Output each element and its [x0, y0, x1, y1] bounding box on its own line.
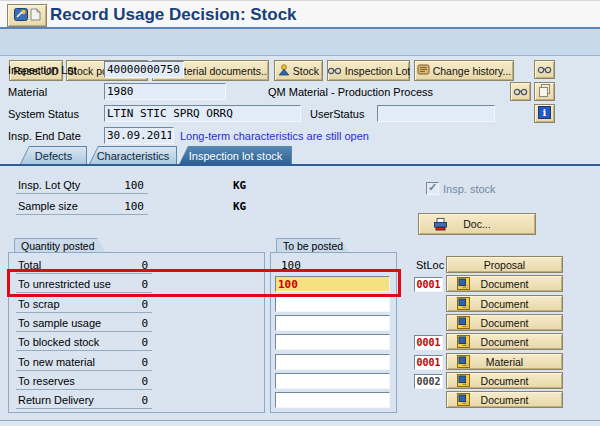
long-term-message: Long-term characteristics are still open [180, 130, 369, 142]
display-material-button[interactable] [510, 82, 531, 101]
stloc-field-blocked-stock[interactable]: 0001 [414, 335, 443, 350]
application-toolbar: Reset UD Stock posting log Material docu… [0, 29, 600, 56]
row-posted-value: 0 [141, 298, 148, 311]
to-be-posted-input-reserves[interactable] [275, 373, 390, 389]
row-to-sample-usage: To sample usage 0 [16, 315, 152, 332]
glasses-icon [537, 64, 552, 76]
row-posted-value: 0 [141, 336, 148, 349]
row-posted-value: 0 [141, 259, 148, 272]
to-be-posted-input-scrap[interactable] [275, 296, 390, 312]
row-posted-value: 0 [141, 356, 148, 369]
row-label: To blocked stock [18, 336, 99, 348]
display-lot-button[interactable] [534, 60, 555, 79]
document-icon [457, 316, 470, 331]
note-icon [30, 8, 41, 23]
row-label: To sample usage [18, 317, 101, 329]
document-icon [457, 297, 470, 312]
row-label: To unrestricted use [18, 278, 111, 290]
stloc-field-reserves[interactable]: 0002 [414, 374, 443, 389]
document-button-unrestricted[interactable]: Document [446, 275, 563, 292]
tab-label: Inspection lot stock [189, 150, 283, 162]
proposal-button[interactable]: Proposal [446, 256, 563, 273]
document-icon [457, 393, 470, 408]
tab-inspection-lot-stock[interactable]: Inspection lot stock [179, 146, 292, 164]
button-label: Document [481, 278, 529, 290]
row-posted-value: 0 [141, 375, 148, 388]
tab-characteristics[interactable]: Characteristics [89, 146, 177, 164]
material-field[interactable] [104, 83, 226, 100]
insp-end-date-label: Insp. End Date [8, 130, 81, 142]
row-label: Total [18, 259, 41, 271]
glasses-icon [327, 65, 342, 77]
to-be-posted-input-blocked-stock[interactable] [275, 334, 390, 350]
to-be-posted-input-return-delivery[interactable] [275, 392, 390, 408]
to-be-posted-input-new-material[interactable] [275, 354, 390, 370]
tab-defects[interactable]: Defects [20, 146, 87, 164]
row-posted-value: 0 [141, 317, 148, 330]
quantity-posted-header: Quantity posted [14, 238, 106, 253]
scroll-icon [417, 64, 430, 77]
material-label: Material [8, 86, 47, 98]
row-to-new-material: To new material 0 [16, 354, 152, 371]
document-button-return-delivery[interactable]: Document [446, 391, 563, 408]
button-label: Document [481, 298, 529, 310]
to-be-posted-header: To be posted [276, 238, 349, 253]
sample-size-label: Sample size [18, 200, 78, 212]
person-icon [278, 64, 290, 78]
svg-text:i: i [543, 107, 547, 118]
system-status-label: System Status [8, 108, 79, 120]
insp-end-date-field[interactable] [104, 127, 174, 144]
button-label: Stock [293, 65, 319, 77]
user-status-label: UserStatus [310, 108, 364, 120]
doc-button[interactable]: Doc... [418, 213, 536, 235]
change-history-button[interactable]: Change history... [414, 60, 514, 81]
inspection-lot-button[interactable]: Inspection Lot [327, 60, 410, 81]
tab-label: Defects [35, 150, 72, 162]
button-label: Document [481, 375, 529, 387]
document-button-sample-usage[interactable]: Document [446, 314, 563, 331]
stock-button[interactable]: Stock [274, 60, 323, 81]
document-button-blocked-stock[interactable]: Document [446, 333, 563, 350]
sample-size-row: Sample size 100 [16, 198, 148, 215]
button-label: Inspection Lot [345, 65, 410, 77]
document-button-reserves[interactable]: Document [446, 372, 563, 389]
system-status-field[interactable] [104, 105, 301, 122]
transaction-icon-button[interactable] [7, 4, 47, 27]
row-return-delivery: Return Delivery 0 [16, 392, 152, 409]
document-button-scrap[interactable]: Document [446, 295, 563, 312]
document-icon [457, 374, 470, 389]
row-posted-value: 0 [141, 394, 148, 407]
button-label: Document [481, 394, 529, 406]
row-to-blocked-stock: To blocked stock 0 [16, 334, 152, 351]
title-bar: Record Usage Decision: Stock [0, 0, 600, 28]
sap-window: Record Usage Decision: Stock Reset UD St… [0, 0, 600, 426]
user-status-field[interactable] [377, 105, 495, 122]
row-to-scrap: To scrap 0 [16, 296, 152, 313]
insp-lot-qty-value: 100 [124, 179, 144, 192]
page-title: Record Usage Decision: Stock [50, 5, 297, 25]
button-label: Document [481, 317, 529, 329]
glasses-icon [513, 86, 528, 98]
to-be-posted-input-sample-usage[interactable] [275, 315, 390, 331]
row-total: Total 0 [16, 257, 152, 274]
inspection-lot-field[interactable] [104, 61, 184, 78]
stloc-field-new-material[interactable]: 0001 [414, 355, 443, 370]
copy-icon [538, 84, 551, 99]
row-label: To scrap [18, 298, 60, 310]
button-label: Material [486, 356, 523, 368]
insp-stock-label: Insp. stock [443, 183, 496, 195]
status-info-button[interactable]: i [534, 104, 555, 123]
copy-button[interactable] [534, 82, 555, 101]
insp-lot-qty-unit: KG [233, 179, 246, 192]
insp-stock-checkbox[interactable] [426, 182, 439, 195]
button-label: Document [481, 336, 529, 348]
tab-label: Characteristics [97, 150, 170, 162]
row-to-reserves: To reserves 0 [16, 373, 152, 390]
printer-icon [433, 218, 448, 233]
stloc-column-header: StLoc [416, 259, 444, 271]
sample-size-value: 100 [124, 200, 144, 213]
stloc-field-unrestricted[interactable]: 0001 [414, 277, 443, 292]
document-icon [457, 335, 470, 350]
material-button-new-material[interactable]: Material [446, 353, 563, 370]
to-be-posted-input-unrestricted[interactable] [275, 276, 390, 292]
